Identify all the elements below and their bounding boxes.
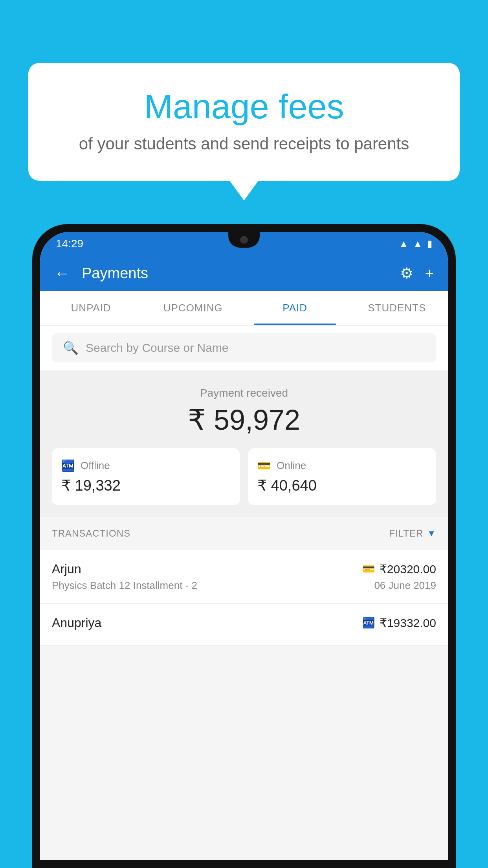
search-icon: 🔍 [63,340,79,355]
transaction-details: Physics Batch 12 Installment - 2 06 June… [52,579,436,592]
wifi-icon: ▲ [399,238,408,249]
tab-upcoming[interactable]: UPCOMING [142,291,244,325]
offline-card-header: 🏧 Offline [61,459,231,472]
payment-cards: 🏧 Offline ₹ 19,332 💳 Online ₹ 40,640 [52,448,436,505]
settings-button[interactable]: ⚙ [400,265,413,282]
transaction-row[interactable]: Anupriya 🏧 ₹19332.00 [40,604,448,645]
payment-received-label: Payment received [52,387,436,399]
search-box[interactable]: 🔍 Search by Course or Name [52,333,436,362]
add-button[interactable]: + [425,265,434,282]
speech-bubble: Manage fees of your students and send re… [28,63,460,181]
online-card-header: 💳 Online [257,459,427,472]
signal-icon: ▲ [413,238,422,249]
online-icon: 💳 [257,459,271,472]
status-bar: 14:29 ▲ ▲ ▮ [40,232,448,256]
front-camera [240,236,248,244]
app-bar: ← Payments ⚙ + [40,256,448,291]
transaction-amount-row: 🏧 ₹19332.00 [362,616,436,630]
phone-notch [228,232,260,248]
transaction-amount-row: 💳 ₹20320.00 [362,562,436,576]
transactions-header: TRANSACTIONS FILTER ▼ [40,517,448,550]
search-input[interactable]: Search by Course or Name [86,341,229,355]
status-time: 14:29 [56,237,83,250]
phone-frame: 14:29 ▲ ▲ ▮ ← Payments ⚙ + UNPAID UPCOMI… [32,224,456,868]
card-icon: 💳 [362,563,375,575]
status-icons: ▲ ▲ ▮ [399,238,432,249]
offline-label: Offline [81,460,110,472]
transaction-name: Anupriya [52,616,101,630]
transaction-top: Anupriya 🏧 ₹19332.00 [52,616,436,630]
transaction-row[interactable]: Arjun 💳 ₹20320.00 Physics Batch 12 Insta… [40,550,448,604]
manage-fees-title: Manage fees [60,86,428,127]
filter-button[interactable]: FILTER ▼ [389,528,436,539]
search-container: 🔍 Search by Course or Name [40,326,448,370]
back-button[interactable]: ← [54,265,70,282]
online-label: Online [277,460,306,472]
offline-payment-icon: 🏧 [362,617,375,629]
online-amount: ₹ 40,640 [257,477,427,494]
payment-received-amount: ₹ 59,972 [52,403,436,436]
phone-screen: 14:29 ▲ ▲ ▮ ← Payments ⚙ + UNPAID UPCOMI… [40,232,448,860]
offline-amount: ₹ 19,332 [61,477,231,494]
transaction-name: Arjun [52,562,81,576]
transaction-amount: ₹19332.00 [380,616,436,630]
online-card: 💳 Online ₹ 40,640 [248,448,436,505]
offline-card: 🏧 Offline ₹ 19,332 [52,448,240,505]
payment-received-section: Payment received ₹ 59,972 🏧 Offline ₹ 19… [40,371,448,517]
tab-students[interactable]: STUDENTS [346,291,448,325]
tabs: UNPAID UPCOMING PAID STUDENTS [40,291,448,326]
manage-fees-subtitle: of your students and send receipts to pa… [60,134,428,153]
transaction-amount: ₹20320.00 [380,562,436,576]
offline-icon: 🏧 [61,459,75,472]
battery-icon: ▮ [427,238,432,249]
transaction-course: Physics Batch 12 Installment - 2 [52,579,197,592]
transaction-date: 06 June 2019 [374,579,436,592]
tab-unpaid[interactable]: UNPAID [40,291,142,325]
filter-icon: ▼ [427,528,436,539]
tab-paid[interactable]: PAID [244,291,346,325]
transactions-label: TRANSACTIONS [52,528,130,539]
transaction-top: Arjun 💳 ₹20320.00 [52,562,436,576]
app-bar-title: Payments [82,265,388,282]
filter-label: FILTER [389,528,423,539]
